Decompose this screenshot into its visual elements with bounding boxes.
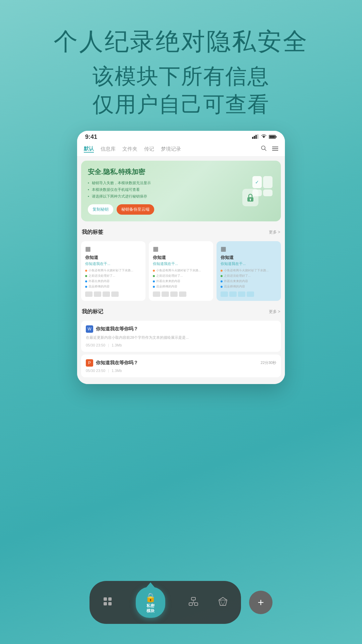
diamond-icon bbox=[218, 597, 228, 608]
plus-icon: + bbox=[258, 596, 264, 609]
nav-grid-item[interactable] bbox=[103, 597, 112, 608]
status-time: 9:41 bbox=[85, 133, 97, 141]
note-2-meta: 05/30 23:50 | 1.3Mb bbox=[86, 369, 276, 373]
private-module-label: 私密模块 bbox=[146, 603, 155, 613]
lock-illustration: ✓ bbox=[242, 176, 273, 206]
tag-card-3-thumbs bbox=[221, 291, 277, 297]
svg-rect-18 bbox=[108, 602, 112, 605]
nav-item-folder[interactable]: 文件夹 bbox=[122, 146, 137, 152]
nav-item-dream[interactable]: 梦境记录 bbox=[161, 146, 181, 152]
copy-key-button[interactable]: 复制秘钥 bbox=[88, 204, 113, 215]
add-button[interactable]: + bbox=[249, 591, 273, 614]
svg-rect-15 bbox=[104, 597, 107, 601]
private-module-button[interactable]: 🔒 私密模块 bbox=[136, 587, 165, 618]
note-1-icon: W bbox=[86, 325, 93, 333]
tag-card-3-subtitle: 你知道我在干... bbox=[221, 261, 277, 266]
grid-cell-2 bbox=[263, 176, 273, 188]
nav-item-default[interactable]: 默认 bbox=[84, 146, 94, 153]
svg-rect-17 bbox=[104, 602, 107, 605]
nav-hierarchy-item[interactable] bbox=[189, 597, 198, 608]
status-bar: 9:41 bbox=[77, 131, 285, 142]
svg-rect-3 bbox=[257, 134, 258, 139]
note-2-size: 1.3Mb bbox=[112, 369, 122, 373]
status-icons bbox=[252, 134, 277, 140]
tag-card-2[interactable]: ▦ 你知道 你知道我在干... 小鱼还有两斗火烧衬衫了下水路... 之前还没处理… bbox=[149, 241, 213, 301]
note-2-title: 你知道我在等你吗？ bbox=[96, 360, 258, 366]
tags-section-header: 我的标签 更多 > bbox=[81, 226, 281, 238]
tag-card-1-lines: 小鱼还有两斗火烧衬衫了下水路... 之前还没处理好了... 外甚出来的内容 花朵… bbox=[85, 268, 141, 289]
svg-rect-19 bbox=[191, 597, 195, 600]
security-buttons: 复制秘钥 秘钥备份至云端 bbox=[88, 204, 241, 215]
tag-line-3: 外甚出来的内容 bbox=[85, 279, 141, 283]
thumb-2 bbox=[94, 291, 101, 297]
svg-rect-20 bbox=[189, 603, 192, 605]
svg-rect-6 bbox=[269, 136, 275, 138]
security-title: 安全.隐私.特殊加密 bbox=[88, 167, 241, 176]
tag-line-1: 小鱼还有两斗火烧衬衫了下水路... bbox=[85, 268, 141, 273]
notes-section-title: 我的标记 bbox=[82, 308, 103, 315]
nav-diamond-item[interactable] bbox=[218, 597, 228, 608]
private-module-icon: 🔒 bbox=[145, 592, 156, 603]
tags-grid: ▦ 你知道 你知道我在干... 小鱼还有两斗火烧衬衫了下水路... 之前还没处理… bbox=[81, 241, 281, 301]
tag-card-1-title: 你知道 bbox=[85, 255, 141, 261]
bottom-nav: 🔒 私密模块 bbox=[60, 581, 302, 624]
thumb-4 bbox=[111, 291, 119, 297]
svg-line-8 bbox=[265, 149, 266, 151]
tag-card-2-title: 你知道 bbox=[153, 255, 209, 261]
phone-mockup: 9:41 bbox=[77, 131, 285, 384]
note-1-date: 05/30 23:50 bbox=[86, 343, 105, 347]
svg-marker-24 bbox=[219, 597, 227, 605]
note-2-icon: P bbox=[86, 359, 93, 367]
tag-card-1[interactable]: ▦ 你知道 你知道我在干... 小鱼还有两斗火烧衬衫了下水路... 之前还没处理… bbox=[81, 241, 145, 301]
nav-item-library[interactable]: 信息库 bbox=[101, 146, 116, 152]
note-card-1[interactable]: W 你知道我在等你吗？ 在最近更新内容小取内容前28个字符作为文本的描绘展示是是… bbox=[81, 321, 281, 352]
tags-section-title: 我的标签 bbox=[82, 229, 103, 236]
nav-action-icons bbox=[261, 145, 278, 153]
svg-rect-16 bbox=[108, 597, 112, 601]
svg-rect-2 bbox=[255, 135, 257, 139]
note-2-date: 05/30 23:50 bbox=[86, 369, 105, 373]
tag-card-3[interactable]: ▦ 你知道 你知道我在干... 小鱼还有两斗火烧衬衫了下水路... 之前还没处理… bbox=[217, 241, 281, 301]
menu-icon[interactable] bbox=[272, 146, 278, 153]
note-card-2[interactable]: P 你知道我在等你吗？ 22分30秒 05/30 23:50 | 1.3Mb bbox=[81, 355, 281, 377]
tag-card-2-icon: ▦ bbox=[153, 245, 209, 253]
security-illustration: ✓ bbox=[241, 176, 274, 206]
nav-bar: 默认 信息库 文件夹 传记 梦境记录 bbox=[77, 142, 285, 157]
security-desc-3: 请选择以下两种方式进行秘钥保存 bbox=[88, 193, 241, 200]
tag-card-3-lines: 小鱼还有两斗火烧衬衫了下水路... 之前还没处理好了... 外甚出来来的内容 花… bbox=[221, 268, 277, 289]
backup-key-button[interactable]: 秘钥备份至云端 bbox=[117, 204, 154, 215]
tag-card-2-thumbs bbox=[153, 291, 209, 297]
note-1-sep: | bbox=[108, 343, 109, 347]
hierarchy-icon bbox=[189, 597, 198, 608]
nav-item-biography[interactable]: 传记 bbox=[144, 146, 154, 152]
grid-icon bbox=[103, 597, 112, 608]
note-2-header: P 你知道我在等你吗？ 22分30秒 bbox=[86, 359, 276, 367]
tag-card-1-icon: ▦ bbox=[85, 245, 141, 253]
note-2-time-badge: 22分30秒 bbox=[261, 360, 276, 365]
svg-rect-1 bbox=[254, 136, 255, 139]
grid-cell-1: ✓ bbox=[252, 176, 262, 188]
security-card: 安全.隐私.特殊加密 秘钥导入失败，本模块数据无法显示 本模块数据仅在手机端可查… bbox=[81, 161, 281, 221]
notes-more-button[interactable]: 更多 > bbox=[269, 309, 280, 315]
hero-section: 个人纪录绝对隐私安全 该模块下所有信息 仅用户自己可查看 bbox=[0, 0, 362, 118]
tag-card-1-subtitle: 你知道我在干... bbox=[85, 261, 141, 266]
tag-card-1-thumbs bbox=[85, 291, 141, 297]
notes-section: 我的标记 更多 > W 你知道我在等你吗？ 在最近更新内容小取内容前28个字符作… bbox=[81, 306, 281, 377]
search-icon[interactable] bbox=[261, 145, 267, 153]
grid-cell-4 bbox=[263, 190, 273, 196]
tag-card-3-icon: ▦ bbox=[221, 245, 277, 253]
nav-pill: 🔒 私密模块 bbox=[89, 581, 241, 624]
hero-line1: 个人纪录绝对隐私安全 bbox=[0, 27, 362, 56]
tag-card-3-title: 你知道 bbox=[221, 255, 277, 261]
note-1-title: 你知道我在等你吗？ bbox=[96, 326, 276, 332]
lock-icon-wrap bbox=[242, 189, 258, 206]
tags-more-button[interactable]: 更多 > bbox=[269, 229, 280, 235]
note-1-size: 1.3Mb bbox=[112, 343, 122, 347]
note-1-header: W 你知道我在等你吗？ bbox=[86, 325, 276, 333]
signal-icon bbox=[252, 134, 259, 140]
security-info: 安全.隐私.特殊加密 秘钥导入失败，本模块数据无法显示 本模块数据仅在手机端可查… bbox=[88, 167, 241, 215]
tag-line-4: 花朵师傅的内容 bbox=[85, 284, 141, 289]
notes-section-header: 我的标记 更多 > bbox=[81, 306, 281, 318]
content-area: 安全.隐私.特殊加密 秘钥导入失败，本模块数据无法显示 本模块数据仅在手机端可查… bbox=[77, 157, 285, 384]
security-desc-1: 秘钥导入失败，本模块数据无法显示 bbox=[88, 180, 241, 186]
